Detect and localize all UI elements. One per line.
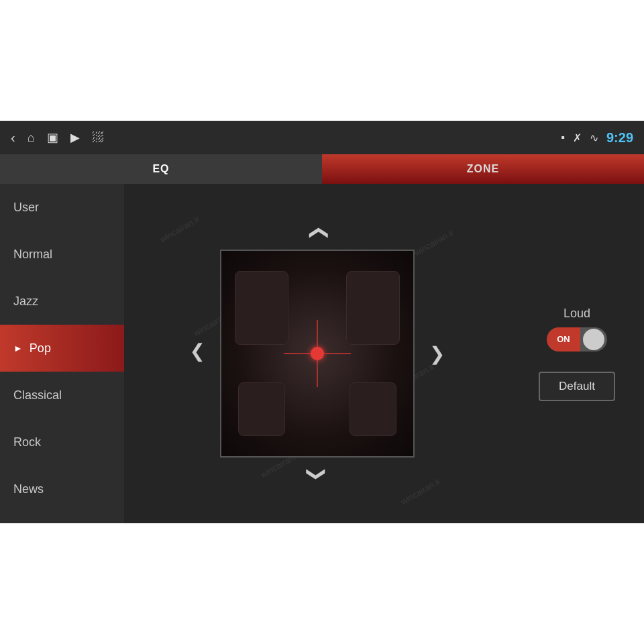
- seat-rear-left: [238, 382, 285, 436]
- camera-icon[interactable]: ▶: [70, 130, 80, 145]
- car-view[interactable]: [220, 250, 415, 458]
- time-display: 9:29: [606, 130, 633, 146]
- sidebar-item-normal[interactable]: Normal: [0, 231, 124, 278]
- seat-front-left: [235, 271, 288, 345]
- arrow-right-button[interactable]: ❯: [421, 340, 453, 368]
- arrow-down-button[interactable]: ❯: [303, 458, 331, 490]
- sidebar-item-user[interactable]: User: [0, 184, 124, 231]
- arrow-left-button[interactable]: ❯: [182, 340, 213, 368]
- loud-label: Loud: [564, 307, 590, 321]
- overview-icon[interactable]: ▣: [47, 130, 58, 145]
- sidebar-item-classical[interactable]: Classical: [0, 372, 124, 419]
- watermark-1: wincairan.ir: [158, 214, 201, 245]
- tab-eq[interactable]: EQ: [0, 154, 322, 184]
- seat-rear-right: [350, 382, 396, 436]
- loud-section: Loud ON: [547, 307, 607, 352]
- loud-toggle[interactable]: ON: [547, 327, 607, 352]
- tab-bar: EQ ZONE: [0, 154, 644, 184]
- cast-icon: ▪: [561, 131, 565, 144]
- back-icon[interactable]: ‹: [11, 130, 15, 146]
- status-bar: ‹ ⌂ ▣ ▶ ⛆ ▪ ✗ ∿ 9:29: [0, 121, 644, 154]
- eq-preset-sidebar: User Normal Jazz ► Pop Classical Rock: [0, 184, 124, 523]
- sidebar-item-pop[interactable]: ► Pop: [0, 325, 124, 372]
- right-controls: Loud ON Default: [510, 184, 644, 523]
- toggle-on-label: ON: [547, 327, 580, 352]
- arrow-up-button[interactable]: ❯: [303, 217, 331, 249]
- tab-zone[interactable]: ZONE: [322, 154, 644, 184]
- sidebar-item-jazz[interactable]: Jazz: [0, 278, 124, 325]
- watermark-7: wincairan.ir: [399, 476, 442, 507]
- shopping-icon[interactable]: ⛆: [92, 131, 104, 145]
- play-icon: ►: [13, 343, 23, 354]
- home-icon[interactable]: ⌂: [28, 131, 35, 145]
- zone-controls: ❯ ❯: [182, 250, 453, 458]
- wifi-icon: ∿: [590, 131, 598, 144]
- main-content: User Normal Jazz ► Pop Classical Rock: [0, 184, 644, 523]
- toggle-knob: [583, 329, 604, 350]
- crosshair-dot: [311, 347, 324, 360]
- sidebar-item-news[interactable]: News: [0, 466, 124, 513]
- default-button[interactable]: Default: [539, 372, 615, 401]
- sidebar-item-rock[interactable]: Rock: [0, 419, 124, 466]
- seat-front-right: [346, 271, 400, 345]
- zone-panel: wincairan.ir wincairan.ir wincairan.ir w…: [124, 184, 510, 523]
- bluetooth-icon: ✗: [573, 131, 582, 144]
